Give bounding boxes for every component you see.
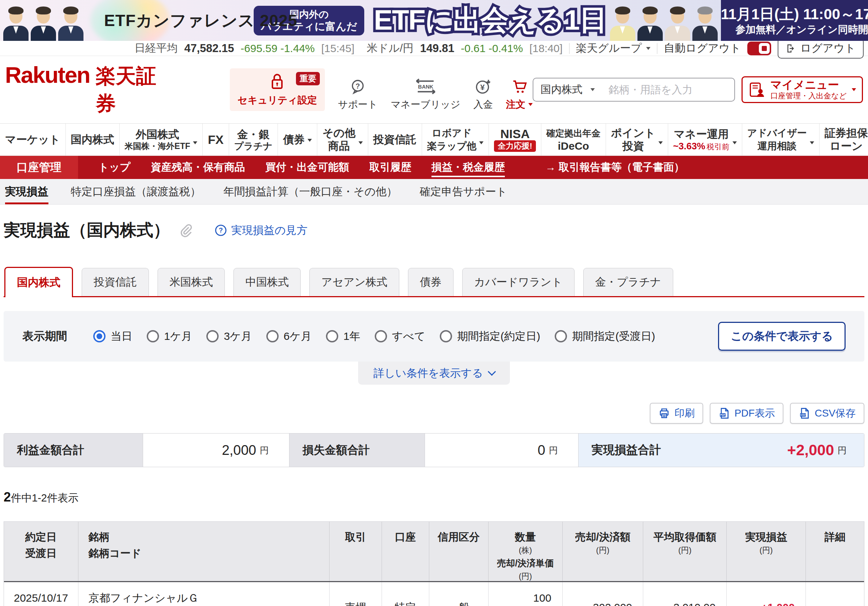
tab-us-stock[interactable]: 米国株式: [158, 268, 225, 296]
logout-button[interactable]: ログアウト: [778, 38, 864, 59]
pl-help-link[interactable]: ? 実現損益の見方: [215, 223, 307, 238]
header-symbol: 銘柄 銘柄コード: [78, 522, 329, 581]
subnav-annual-pl[interactable]: 年間損益計算（一般口座・その他）: [223, 179, 397, 204]
nav-bonds[interactable]: 債券: [277, 124, 317, 155]
moneybridge-link[interactable]: BANK マネーブリッジ: [391, 68, 460, 111]
nikkei-time: [15:45]: [321, 42, 355, 54]
deposit-link[interactable]: ¥ 入金: [473, 68, 493, 111]
tab-mutual-funds[interactable]: 投資信託: [82, 268, 149, 296]
subnav-specific-account-pl[interactable]: 特定口座損益（譲渡益税）: [71, 179, 201, 204]
radio-today[interactable]: 当日: [93, 329, 132, 344]
nav-ideco[interactable]: 確定拠出年金iDeCo: [541, 124, 606, 155]
nav-advisor[interactable]: アドバイザー運用相談: [742, 124, 819, 155]
order-link[interactable]: 注文: [506, 68, 533, 111]
cell-quantity-price: 100 3,020.0: [488, 582, 562, 606]
radio-custom-settle-date[interactable]: 期間指定(受渡日): [555, 329, 655, 344]
cell-action: 売埋: [329, 582, 381, 606]
person-photo: [691, 5, 719, 41]
account-bar-items: トップ 資産残高・保有商品 買付・出金可能額 取引履歴 損益・税金履歴 → 取引…: [78, 156, 684, 179]
page: ETFカンファレンス 2025 国内外の バラエティに富んだ ETFに出会える1…: [0, 0, 868, 606]
cart-icon: [512, 78, 527, 94]
pdf-view-button[interactable]: PDF PDF表示: [710, 403, 783, 424]
print-button[interactable]: 印刷: [650, 403, 703, 424]
search-input[interactable]: [602, 84, 735, 96]
cell-account: 特定: [381, 582, 429, 606]
apply-filter-button[interactable]: この条件で表示する: [718, 322, 846, 351]
person-photo: [57, 5, 85, 41]
nav-gold-platinum[interactable]: 金・銀プラチナ: [229, 124, 277, 155]
nav-point-invest[interactable]: ポイント投資: [606, 124, 668, 155]
nav-market[interactable]: マーケット: [0, 124, 65, 155]
radio-circle: [93, 330, 105, 342]
search-category-select[interactable]: 国内株式: [533, 78, 602, 101]
radio-6months[interactable]: 6ケ月: [266, 329, 312, 344]
nav-fx[interactable]: FX: [202, 124, 228, 155]
symbol-name[interactable]: 京都フィナンシャルＧ: [88, 589, 199, 606]
nav-foreign-stock[interactable]: 外国株式米国株・海外ETF: [119, 124, 202, 155]
ad-banner[interactable]: ETFカンファレンス 2025 国内外の バラエティに富んだ ETFに出会える1…: [0, 0, 868, 41]
radio-all[interactable]: すべて: [375, 329, 425, 344]
tab-covered-warrant[interactable]: カバードワラント: [462, 268, 575, 296]
acc-tab-top[interactable]: トップ: [98, 156, 130, 179]
tab-bonds[interactable]: 債券: [408, 268, 454, 296]
printer-icon: [659, 407, 670, 419]
acc-tab-balance[interactable]: 資産残高・保有商品: [151, 156, 245, 179]
radio-circle: [555, 330, 567, 342]
table-header-row: 約定日 受渡日 銘柄 銘柄コード 取引 口座 信用区分 数量 (株) 売却/決済…: [4, 522, 864, 582]
mymenu-button[interactable]: マイメニュー 口座管理・入出金など: [741, 76, 863, 103]
acc-tab-pl-tax-history[interactable]: 損益・税金履歴: [431, 156, 505, 179]
rakuten-group-menu[interactable]: 楽天グループ: [576, 41, 651, 56]
nikkei-change: -695.59 -1.44%: [241, 42, 315, 54]
header-action: 取引: [329, 522, 381, 581]
export-actions: 印刷 PDF PDF表示 CSV CSV保存: [4, 403, 864, 424]
radio-1month[interactable]: 1ケ月: [147, 329, 192, 344]
tab-domestic-stock[interactable]: 国内株式: [4, 267, 73, 297]
support-link[interactable]: ? サポート: [338, 68, 378, 111]
chevron-down-icon: [591, 88, 595, 91]
radio-circle: [206, 330, 219, 342]
realized-pl-total-label: 実現損益合計: [592, 442, 661, 458]
radio-custom-trade-date[interactable]: 期間指定(約定日): [440, 329, 540, 344]
subnav-tax-filing-support[interactable]: 確定申告サポート: [420, 179, 507, 204]
nav-money-management[interactable]: マネー運用~3.63%税引前: [668, 124, 742, 155]
radio-1year[interactable]: 1年: [326, 329, 360, 344]
nav-domestic-stock[interactable]: 国内株式: [65, 124, 119, 155]
title-row: 実現損益（国内株式） ? 実現損益の見方: [4, 219, 864, 242]
nav-other-products[interactable]: その他商品: [317, 124, 367, 155]
banner-date-block: 11月1日(土) 11:00～17:00 参加無料／オンライン同時開催: [721, 0, 868, 41]
tab-china-stock[interactable]: 中国株式: [233, 268, 301, 296]
nav-roboad[interactable]: ロボアド楽ラップ他: [422, 124, 489, 155]
banner-date-text: 11月1日(土) 11:00～17:00: [721, 5, 868, 23]
svg-text:?: ?: [219, 226, 223, 234]
question-circle-icon: ?: [215, 224, 227, 236]
person-photo: [2, 5, 29, 41]
csv-file-icon: CSV: [798, 407, 810, 419]
banner-conference-title-block: ETFカンファレンス 2025: [87, 0, 239, 41]
nav-collateral-loan[interactable]: 証券担保ローン: [819, 124, 868, 155]
order-label-row: 注文: [506, 98, 533, 111]
account-management-root[interactable]: 口座管理: [0, 156, 78, 179]
tab-gold-platinum[interactable]: 金・プラチナ: [583, 268, 673, 296]
rakuten-sec-logo[interactable]: Rakuten 楽天証券: [5, 62, 158, 118]
detail-conditions-bar[interactable]: 詳しい条件を表示する: [358, 362, 510, 385]
paperclip-icon[interactable]: [178, 223, 193, 238]
nav-mutual-funds[interactable]: 投資信託: [368, 124, 422, 155]
nav-nisa[interactable]: NISA全力応援!: [488, 124, 541, 155]
radio-3months[interactable]: 3ケ月: [206, 329, 251, 344]
csv-save-button[interactable]: CSV CSV保存: [790, 403, 864, 424]
acc-tab-trade-history[interactable]: 取引履歴: [369, 156, 411, 179]
nikkei-value: 47,582.15: [184, 42, 234, 55]
trade-report-link[interactable]: → 取引報告書等（電子書面）: [545, 156, 684, 179]
profit-total-value: 2,000: [222, 443, 256, 458]
support-question-icon: ?: [350, 78, 366, 94]
subnav-realized-pl[interactable]: 実現損益: [5, 179, 48, 204]
auto-logout-toggle[interactable]: [747, 42, 771, 55]
yen-deposit-icon: ¥: [475, 78, 491, 94]
results-count-number: 2: [4, 489, 11, 505]
tab-asean-stock[interactable]: アセアン株式: [309, 268, 399, 296]
header-margin-type: 信用区分: [429, 522, 488, 581]
radio-circle: [266, 330, 279, 342]
security-settings-link[interactable]: 重要 セキュリティ設定: [230, 68, 325, 111]
banner-speakers-left: [0, 0, 87, 41]
acc-tab-buying-power[interactable]: 買付・出金可能額: [265, 156, 349, 179]
